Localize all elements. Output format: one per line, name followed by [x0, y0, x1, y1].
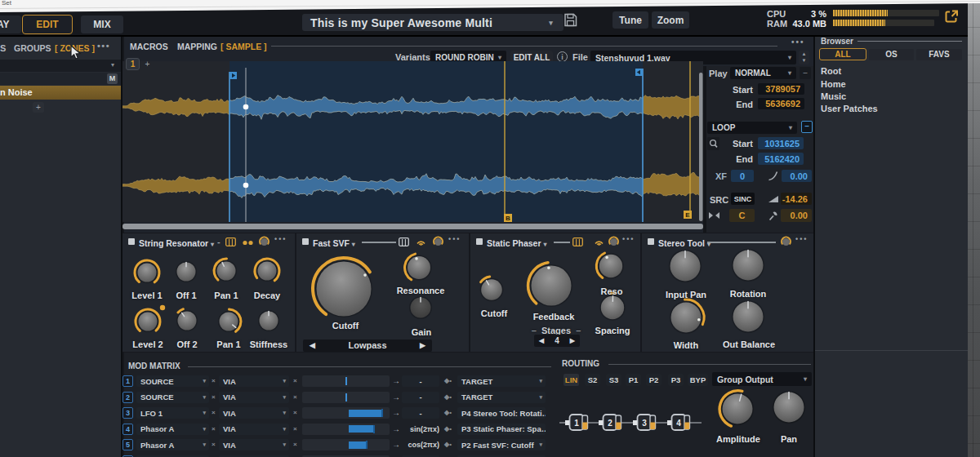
svg-text:E: E: [685, 211, 690, 219]
svg-text:2: 2: [608, 419, 612, 428]
svg-text:4: 4: [676, 419, 681, 428]
svg-text:B: B: [506, 215, 510, 222]
svg-text:1: 1: [574, 419, 579, 428]
svg-text:3: 3: [642, 419, 647, 428]
